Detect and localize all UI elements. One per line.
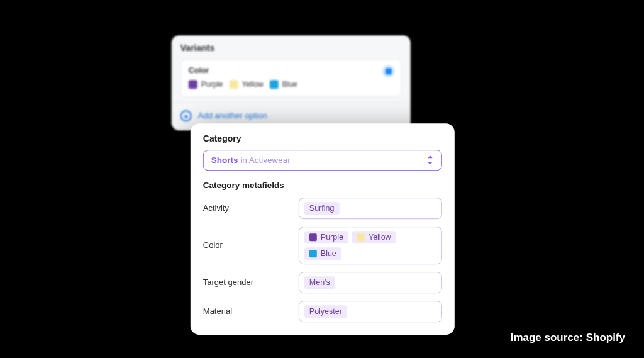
add-option-label: Add another option (198, 111, 267, 120)
color-swatch-icon (309, 250, 317, 257)
activity-tag[interactable]: Surfing (304, 202, 340, 215)
metafield-row-color: Color Purple Yellow Blue (203, 227, 442, 264)
swatch-icon (229, 80, 238, 89)
color-tag[interactable]: Yellow (352, 231, 396, 243)
category-select[interactable]: Shorts in Activewear (203, 150, 442, 171)
variants-option-box: Color Purple Yellow (180, 59, 402, 97)
connect-icon[interactable] (382, 65, 395, 77)
swatch-icon (189, 80, 197, 89)
swatch-label: Purple (201, 80, 223, 89)
layered-cards: Variants Color Purple Yellow (172, 35, 461, 312)
category-primary: Shorts (211, 155, 238, 165)
category-secondary: in Activewear (238, 155, 291, 165)
metafield-row-material: Material Polyester (203, 301, 442, 322)
variant-swatch[interactable]: Yellow (229, 80, 263, 89)
color-tag-label: Purple (321, 233, 343, 242)
variant-swatch[interactable]: Blue (270, 80, 297, 89)
color-tag-label: Blue (321, 249, 336, 258)
variant-swatch[interactable]: Purple (189, 80, 223, 89)
swatch-label: Blue (282, 80, 297, 89)
swatch-icon (270, 80, 279, 89)
color-field[interactable]: Purple Yellow Blue (299, 227, 442, 264)
target-gender-tag[interactable]: Men's (304, 276, 335, 289)
color-swatch-icon (357, 233, 365, 241)
category-card: Category Shorts in Activewear Category m… (191, 123, 455, 335)
color-tag-label: Yellow (369, 233, 391, 242)
category-title: Category (203, 133, 442, 143)
metafield-label: Activity (203, 203, 291, 213)
material-tag[interactable]: Polyester (304, 305, 347, 318)
variants-swatch-list: Purple Yellow Blue (189, 80, 394, 89)
variants-title: Variants (180, 43, 402, 53)
image-credit: Image source: Shopify (511, 332, 625, 344)
variants-option-name: Color (189, 66, 394, 75)
target-gender-field[interactable]: Men's (299, 272, 442, 293)
metafield-row-activity: Activity Surfing (203, 198, 442, 219)
color-tag[interactable]: Purple (304, 231, 348, 243)
plus-circle-icon (180, 110, 192, 121)
select-caret-icon (426, 155, 434, 164)
color-swatch-icon (309, 233, 317, 241)
swatch-label: Yellow (242, 80, 263, 89)
color-tag[interactable]: Blue (304, 247, 341, 260)
metafields-title: Category metafields (203, 181, 442, 190)
material-field[interactable]: Polyester (299, 301, 442, 322)
metafield-row-gender: Target gender Men's (203, 272, 442, 293)
metafield-label: Color (203, 240, 291, 250)
metafield-label: Material (203, 306, 291, 316)
activity-field[interactable]: Surfing (299, 198, 442, 219)
variants-card: Variants Color Purple Yellow (172, 35, 411, 130)
metafield-label: Target gender (203, 277, 291, 287)
